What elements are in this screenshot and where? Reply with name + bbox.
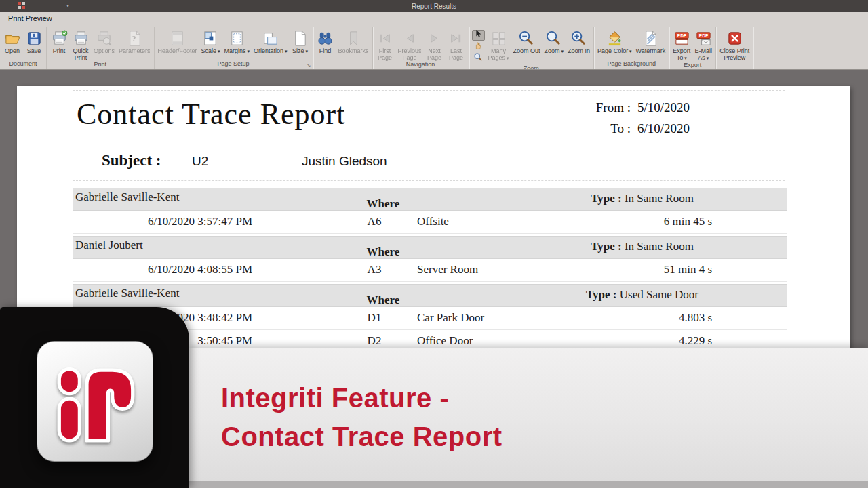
dialog-launcher-icon[interactable]: ↘ — [307, 62, 311, 68]
to-label: To : — [532, 118, 631, 139]
caption-line-2: Contact Trace Report — [221, 418, 502, 456]
zoom-out-button[interactable]: Zoom Out — [511, 28, 542, 65]
ribbon-group-label: Page Background — [595, 60, 667, 69]
print-button[interactable]: Print — [48, 28, 70, 61]
lower-third-bottom-strip — [189, 481, 868, 488]
email-as-button[interactable]: PDFE-MailAs ▾ — [692, 28, 714, 62]
ribbon-group-label: Export — [671, 62, 714, 69]
report-group: Daniel JoubertWhereType : In Same Room6/… — [73, 236, 787, 282]
button-label: Zoom Out — [513, 47, 540, 54]
report-subject-row: Subject : U2 Justin Gledson — [17, 152, 850, 174]
button-label: Pages ▾ — [488, 54, 509, 62]
ribbon-group-misc: Close PrintPreview — [716, 27, 753, 69]
save-button[interactable]: Save — [23, 28, 45, 60]
button-label: Open — [5, 47, 20, 54]
subject-name: Justin Gledson — [302, 154, 387, 169]
report-group: Gabrielle Saville-KentWhereType : In Sam… — [73, 188, 787, 234]
button-label: Size ▾ — [292, 47, 308, 55]
dropdown-caret-icon: ▾ — [628, 49, 631, 54]
options-button: Options — [92, 28, 117, 61]
dropdown-caret-icon: ▾ — [683, 56, 686, 60]
page-color-button[interactable]: Page Color ▾ — [595, 28, 634, 60]
report-group-header: Daniel JoubertWhereType : In Same Room — [73, 236, 787, 259]
ribbon-tab-row: Print Preview — [0, 12, 868, 27]
next-page-button: NextPage — [424, 28, 446, 61]
ribbon-group-navigation: FirstPagePreviousPageNextPageLastPageNav… — [373, 27, 469, 69]
parameters-icon: ? — [126, 29, 143, 47]
button-label: Margins ▾ — [224, 47, 250, 55]
ribbon-group-label: Page Setup — [156, 60, 311, 69]
pointer-tool-button[interactable] — [472, 30, 485, 41]
lower-third-band: Integriti Feature - Contact Trace Report — [189, 348, 868, 481]
location-code: A3 — [354, 263, 395, 277]
button-label: Print — [75, 54, 87, 61]
ribbon-group-label — [717, 61, 751, 69]
to-value: 6/10/2020 — [637, 118, 690, 139]
last-page-icon — [448, 29, 465, 47]
contact-type: Type : In Same Room — [507, 192, 778, 205]
previous-page-icon — [401, 29, 418, 47]
where-column-header: Where — [349, 245, 417, 259]
find-button[interactable]: Find — [315, 28, 336, 60]
contact-type: Type : Used Same Door — [507, 288, 778, 302]
svg-text:PDF: PDF — [699, 33, 708, 38]
hand-tool-tool-button[interactable] — [472, 41, 485, 52]
button-label: E-Mail — [695, 47, 713, 54]
location-name: Server Room — [417, 263, 478, 277]
export-to-button[interactable]: PDFExportTo ▾ — [671, 28, 692, 62]
watermark-button[interactable]: Watermark — [634, 28, 668, 60]
contact-duration: 4.229 s — [507, 334, 712, 348]
zoom-button[interactable]: Zoom ▾ — [542, 28, 566, 65]
dropdown-caret-icon: ▾ — [505, 56, 509, 60]
button-label: As ▾ — [698, 54, 709, 62]
zoom-tool-stack — [471, 28, 486, 65]
size-button[interactable]: Size ▾ — [290, 28, 311, 60]
hand-tool-icon — [473, 41, 483, 53]
button-label: Bookmarks — [338, 47, 369, 54]
orientation-button[interactable]: Orientation ▾ — [252, 28, 290, 60]
ribbon-group-page-background: Page Color ▾WatermarkPage Background — [594, 27, 669, 69]
header-footer-icon — [169, 29, 186, 47]
button-label: Header/Footer — [158, 47, 197, 54]
ribbon-group-label: Zoom — [471, 65, 593, 70]
svg-text:PDF: PDF — [677, 33, 686, 38]
magnifier-tool-button[interactable] — [472, 53, 485, 64]
button-label: Next — [428, 47, 441, 54]
ribbon-group-zoom: ManyPages ▾Zoom OutZoom ▾Zoom InZoom — [469, 27, 595, 69]
button-label: Preview — [724, 54, 745, 61]
button-label: Find — [319, 47, 332, 54]
ribbon-group-page-setup: Header/FooterScale ▾Margins ▾Orientation… — [155, 27, 313, 69]
button-label: Watermark — [636, 47, 666, 54]
previous-page-button: PreviousPage — [396, 28, 424, 61]
zoom-in-button[interactable]: Zoom In — [566, 28, 592, 65]
quick-print-button[interactable]: QuickPrint — [70, 28, 92, 61]
close-print-preview-icon — [726, 29, 743, 47]
button-label: Quick — [73, 47, 88, 54]
svg-text:?: ? — [132, 35, 136, 43]
scale-button[interactable]: Scale ▾ — [199, 28, 222, 60]
dropdown-caret-icon: ▾ — [283, 49, 287, 54]
save-icon — [26, 29, 43, 47]
ribbon-group-label: Print — [48, 61, 153, 69]
table-row: 6/10/2020 3:57:47 PMA6Offsite6 min 45 s — [73, 211, 787, 234]
inner-range-logo-box — [0, 307, 189, 488]
close-print-preview-button[interactable]: Close PrintPreview — [717, 28, 751, 61]
margin-guide-header — [73, 180, 785, 181]
dropdown-caret-icon: ▾ — [560, 49, 564, 54]
button-label: Export — [673, 47, 690, 54]
location-code: D1 — [354, 311, 395, 325]
folder-open-button[interactable]: Open — [1, 28, 23, 60]
contact-duration: 4.803 s — [507, 311, 712, 325]
tab-print-preview[interactable]: Print Preview — [7, 14, 54, 24]
bookmarks-icon — [345, 29, 362, 47]
location-name: Offsite — [417, 215, 449, 228]
first-page-button: FirstPage — [374, 28, 396, 61]
find-icon — [317, 29, 334, 47]
button-label: Print — [53, 47, 66, 54]
ribbon-group-export: PDFExportTo ▾PDFE-MailAs ▾Export — [669, 27, 716, 69]
where-column-header: Where — [349, 293, 417, 307]
margin-guide-top — [73, 90, 785, 91]
margins-button[interactable]: Margins ▾ — [222, 28, 252, 60]
button-label: Scale ▾ — [201, 47, 220, 55]
zoom-icon — [545, 29, 562, 47]
